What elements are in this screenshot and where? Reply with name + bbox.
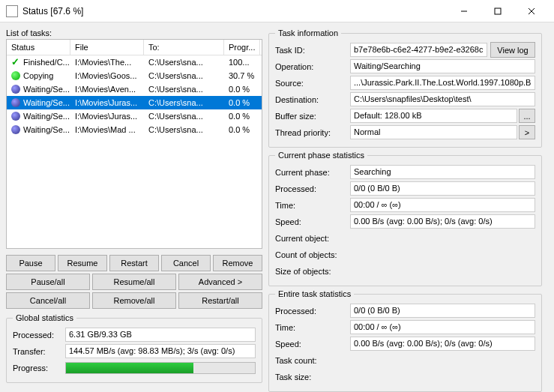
pause-all-button[interactable]: Pause/all: [6, 274, 90, 290]
to-cell: C:\Users\sna...: [144, 58, 224, 67]
entire-tasksize-label: Task size:: [275, 373, 350, 382]
table-row[interactable]: Waiting/Se...I:\Movies\Mad ...C:\Users\s…: [7, 123, 262, 136]
status-text: Waiting/Se...: [23, 112, 70, 121]
global-processed-value: 6.31 GB/9.33 GB: [65, 328, 256, 342]
window-title: Status [67.6 %]: [22, 6, 447, 16]
phase-label: Current phase:: [275, 168, 350, 177]
cancel-all-button[interactable]: Cancel/all: [6, 292, 90, 309]
priority-value: Normal: [350, 125, 517, 139]
entire-time-label: Time:: [275, 323, 350, 332]
phase-time-value: 00:00 / ∞ (∞): [350, 198, 535, 212]
close-button[interactable]: [514, 1, 548, 22]
advanced-button[interactable]: Advanced >: [178, 274, 262, 290]
to-cell: C:\Users\sna...: [144, 125, 224, 134]
status-icon: [11, 125, 20, 134]
status-icon: ✓: [11, 58, 20, 67]
cancel-button[interactable]: Cancel: [161, 255, 211, 271]
pause-button[interactable]: Pause: [6, 255, 55, 271]
to-cell: C:\Users\sna...: [144, 112, 224, 121]
phase-speed-label: Speed:: [275, 217, 350, 226]
phase-curobj-value: [350, 231, 535, 245]
status-text: Copying: [23, 71, 53, 80]
remove-all-button[interactable]: Remove/all: [92, 292, 176, 309]
phase-speed-value: 0.00 B/s (avg: 0.00 B/s); 0/s (avg: 0/s): [350, 214, 535, 229]
restart-button[interactable]: Restart: [109, 255, 159, 271]
table-row[interactable]: ✓Finished/C...I:\Movies\The...C:\Users\s…: [7, 55, 262, 69]
global-statistics: Global statistics Processed: 6.31 GB/9.3…: [6, 313, 262, 383]
operation-value: Waiting/Searching: [350, 59, 535, 73]
buffer-label: Buffer size:: [275, 112, 350, 121]
global-processed-label: Processed:: [13, 331, 65, 340]
destination-label: Destination:: [275, 95, 350, 104]
minimize-button[interactable]: [447, 1, 481, 22]
status-icon: [11, 98, 20, 107]
progress-cell: 0.0 %: [224, 98, 260, 107]
status-text: Waiting/Se...: [23, 85, 70, 94]
table-row[interactable]: CopyingI:\Movies\Goos...C:\Users\sna...3…: [7, 69, 262, 82]
phase-processed-value: 0/0 (0 B/0 B): [350, 181, 535, 196]
file-cell: I:\Movies\Goos...: [70, 71, 144, 80]
entire-processed-value: 0/0 (0 B/0 B): [350, 304, 535, 318]
entire-speed-label: Speed:: [275, 340, 350, 349]
progress-cell: 100...: [224, 58, 260, 67]
file-cell: I:\Movies\The...: [70, 58, 144, 67]
to-cell: C:\Users\sna...: [144, 85, 224, 94]
restart-all-button[interactable]: Restart/all: [178, 292, 262, 309]
task-list[interactable]: Status File To: Progr... ✓Finished/C...I…: [6, 39, 262, 249]
col-to[interactable]: To:: [144, 40, 224, 55]
maximize-button[interactable]: [481, 1, 514, 22]
status-text: Waiting/Se...: [23, 98, 70, 107]
phase-processed-label: Processed:: [275, 184, 350, 193]
source-value: ...\Jurassic.Park.II.The.Lost.World.1997…: [350, 76, 535, 90]
view-log-button[interactable]: View log: [490, 42, 535, 58]
phase-curobj-label: Current object:: [275, 234, 350, 243]
progress-cell: 0.0 %: [224, 125, 260, 134]
remove-button[interactable]: Remove: [213, 255, 262, 271]
entire-taskcount-label: Task count:: [275, 356, 350, 365]
phase-value: Searching: [350, 165, 535, 179]
destination-value: C:\Users\snapfiles\Desktop\test\: [350, 92, 535, 106]
global-progress-bar: [65, 362, 256, 374]
list-label: List of tasks:: [6, 28, 262, 37]
current-phase-statistics: Current phase statistics Current phase:S…: [268, 151, 542, 286]
task-id-label: Task ID:: [275, 46, 350, 55]
progress-cell: 0.0 %: [224, 85, 260, 94]
status-icon: [11, 71, 20, 80]
phase-legend: Current phase statistics: [275, 151, 367, 160]
entire-speed-value: 0.00 B/s (avg: 0.00 B/s); 0/s (avg: 0/s): [350, 337, 535, 351]
phase-count-label: Count of objects:: [275, 250, 350, 259]
entire-taskcount-value: [350, 353, 535, 367]
task-information: Task information Task ID: b7e78e6b-c6e2-…: [268, 28, 542, 148]
col-status[interactable]: Status: [7, 40, 70, 55]
entire-processed-label: Processed:: [275, 307, 350, 316]
resume-button[interactable]: Resume: [58, 255, 107, 271]
priority-button[interactable]: >: [519, 125, 535, 139]
global-legend: Global statistics: [13, 313, 76, 322]
progress-cell: 0.0 %: [224, 112, 260, 121]
status-text: Finished/C...: [23, 58, 70, 67]
resume-all-button[interactable]: Resume/all: [92, 274, 176, 290]
phase-time-label: Time:: [275, 201, 350, 210]
col-file[interactable]: File: [70, 40, 144, 55]
list-header: Status File To: Progr...: [7, 40, 262, 55]
buffer-button[interactable]: ...: [519, 109, 535, 123]
app-icon: [6, 5, 18, 17]
entire-legend: Entire task statistics: [275, 289, 354, 298]
titlebar: Status [67.6 %]: [0, 0, 554, 22]
to-cell: C:\Users\sna...: [144, 71, 224, 80]
buffer-value: Default: 128.00 kB: [350, 109, 517, 123]
col-prog[interactable]: Progr...: [224, 40, 260, 55]
phase-count-value: [350, 247, 535, 262]
table-row[interactable]: Waiting/Se...I:\Movies\Juras...C:\Users\…: [7, 109, 262, 123]
file-cell: I:\Movies\Aven...: [70, 85, 144, 94]
entire-time-value: 00:00 / ∞ (∞): [350, 320, 535, 334]
file-cell: I:\Movies\Mad ...: [70, 125, 144, 134]
to-cell: C:\Users\sna...: [144, 98, 224, 107]
table-row[interactable]: Waiting/Se...I:\Movies\Juras...C:\Users\…: [7, 96, 262, 109]
task-info-legend: Task information: [275, 28, 341, 37]
entire-tasksize-value: [350, 370, 535, 384]
phase-size-value: [350, 264, 535, 278]
file-cell: I:\Movies\Juras...: [70, 98, 144, 107]
table-row[interactable]: Waiting/Se...I:\Movies\Aven...C:\Users\s…: [7, 82, 262, 96]
global-transfer-label: Transfer:: [13, 347, 65, 356]
